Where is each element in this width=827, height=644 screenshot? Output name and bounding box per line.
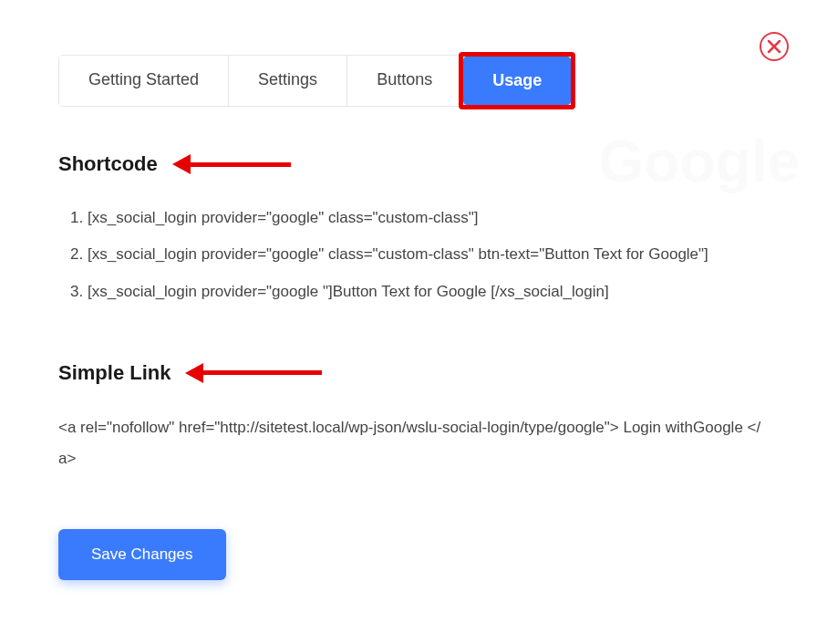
section-heading-simple-link: Simple Link [58,361,769,385]
shortcode-item: [xs_social_login provider="google" class… [88,203,769,233]
tab-settings[interactable]: Settings [229,56,347,106]
shortcode-list: [xs_social_login provider="google" class… [58,203,769,306]
save-changes-button[interactable]: Save Changes [58,529,226,580]
tab-buttons[interactable]: Buttons [347,56,462,106]
shortcode-item: [xs_social_login provider="google" class… [88,240,769,269]
close-button[interactable] [760,32,789,61]
tab-getting-started[interactable]: Getting Started [59,56,229,106]
annotation-arrow-icon [185,367,322,379]
simple-link-title: Simple Link [58,361,171,385]
annotation-highlight-box: Usage [459,52,575,109]
shortcode-item: [xs_social_login provider="google "]Butt… [88,277,769,306]
annotation-arrow-icon [172,158,291,171]
shortcode-title: Shortcode [58,152,158,176]
section-heading-shortcode: Shortcode [58,152,769,176]
simple-link-code: <a rel="nofollow" href="http://sitetest.… [58,412,769,474]
close-icon [767,39,781,54]
tab-bar: Getting Started Settings Buttons Usage [58,55,573,107]
tab-usage[interactable]: Usage [463,57,571,105]
